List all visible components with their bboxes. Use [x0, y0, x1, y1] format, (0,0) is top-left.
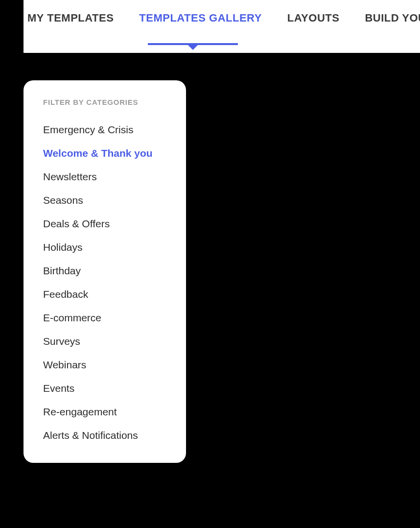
- tab-my-templates[interactable]: MY TEMPLATES: [27, 12, 114, 24]
- category-alerts-notifications[interactable]: Alerts & Notifications: [43, 430, 166, 441]
- filter-panel: FILTER BY CATEGORIES Emergency & Crisis …: [23, 80, 186, 463]
- tab-templates-gallery[interactable]: TEMPLATES GALLERY: [139, 12, 262, 24]
- active-tab-indicator: [148, 43, 238, 45]
- tab-build-your-own[interactable]: BUILD YOUR OWN: [365, 12, 420, 24]
- category-webinars[interactable]: Webinars: [43, 359, 166, 371]
- category-re-engagement[interactable]: Re-engagement: [43, 406, 166, 418]
- category-holidays[interactable]: Holidays: [43, 241, 166, 253]
- tab-layouts[interactable]: LAYOUTS: [287, 12, 340, 24]
- category-newsletters[interactable]: Newsletters: [43, 171, 166, 183]
- category-surveys[interactable]: Surveys: [43, 336, 166, 347]
- category-emergency-crisis[interactable]: Emergency & Crisis: [43, 124, 166, 136]
- category-events[interactable]: Events: [43, 383, 166, 394]
- category-list: Emergency & Crisis Welcome & Thank you N…: [43, 124, 166, 441]
- category-ecommerce[interactable]: E-commerce: [43, 312, 166, 324]
- top-nav: MY TEMPLATES TEMPLATES GALLERY LAYOUTS B…: [23, 0, 420, 53]
- category-birthday[interactable]: Birthday: [43, 265, 166, 277]
- category-seasons[interactable]: Seasons: [43, 194, 166, 206]
- category-deals-offers[interactable]: Deals & Offers: [43, 218, 166, 230]
- category-feedback[interactable]: Feedback: [43, 288, 166, 300]
- category-welcome-thank-you[interactable]: Welcome & Thank you: [43, 147, 166, 159]
- filter-heading: FILTER BY CATEGORIES: [43, 98, 166, 106]
